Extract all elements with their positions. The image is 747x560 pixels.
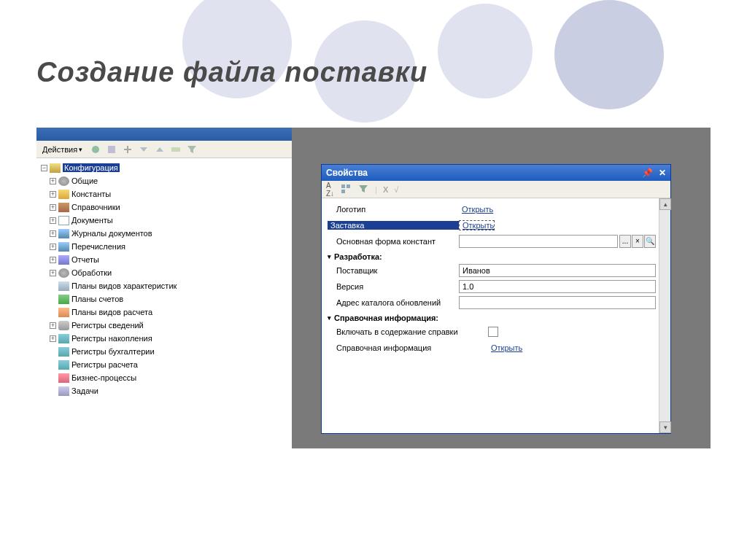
open-link[interactable]: Открыть xyxy=(459,220,495,230)
props-scrollbar[interactable]: ▴ ▾ xyxy=(659,198,670,433)
delete-icon[interactable]: X xyxy=(383,185,388,194)
category-icon[interactable] xyxy=(340,183,352,196)
tree-item[interactable]: +Константы xyxy=(38,187,290,201)
tree-item-label: Регистры бухгалтерии xyxy=(71,347,155,356)
filter-icon[interactable] xyxy=(357,183,369,196)
tree-item[interactable]: ·Планы видов расчета xyxy=(38,306,290,319)
properties-body: Логотип Открыть Заставка Открыть Основна… xyxy=(322,198,670,433)
tree-item[interactable]: +Регистры сведений xyxy=(38,319,290,332)
tree-item-label: Справочники xyxy=(71,203,120,211)
tree-expander-icon[interactable]: + xyxy=(50,230,56,237)
filter-icon[interactable] xyxy=(186,144,198,155)
collapse-icon: ▾ xyxy=(328,253,331,260)
tree-item[interactable]: ·Регистры расчета xyxy=(38,358,290,371)
gear-icon xyxy=(58,176,69,186)
supplier-input[interactable] xyxy=(459,264,656,277)
tree-item[interactable]: +Отчеты xyxy=(38,253,290,266)
tree-item[interactable]: ·Планы видов характеристик xyxy=(38,279,290,292)
tree-expander-icon[interactable]: + xyxy=(50,270,56,276)
tree-expander-icon[interactable]: + xyxy=(50,257,56,263)
tree-expander-icon[interactable]: + xyxy=(50,217,56,224)
clear-button[interactable]: × xyxy=(632,235,643,248)
tree-item[interactable]: +Общие xyxy=(38,174,290,187)
calc-plan-icon xyxy=(58,308,69,317)
tree-item-label: Отчеты xyxy=(71,255,99,264)
tree-expander-icon[interactable]: + xyxy=(50,244,56,250)
include-checkbox[interactable] xyxy=(488,327,498,337)
tree-item[interactable]: +Документы xyxy=(38,214,290,227)
account-register-icon xyxy=(58,347,69,357)
tree-item[interactable]: ·Задачи xyxy=(38,384,290,397)
tree-expander-icon: · xyxy=(50,309,56,316)
calc-register-icon xyxy=(58,360,69,370)
tree-item-label: Планы видов характеристик xyxy=(71,281,177,290)
actions-label: Действия xyxy=(42,145,77,154)
prop-row-include: Включать в содержание справки xyxy=(328,324,656,340)
tree-expander-icon[interactable]: + xyxy=(50,204,56,211)
tree-expander-icon[interactable]: − xyxy=(41,165,47,171)
tree-expander-icon: · xyxy=(50,388,56,394)
accounts-icon xyxy=(58,295,69,304)
constform-input[interactable] xyxy=(459,235,618,248)
section-help[interactable]: ▾ Справочная информация: xyxy=(328,314,656,322)
prop-label: Включать в содержание справки xyxy=(328,327,488,336)
search-button[interactable]: 🔍 xyxy=(644,235,656,248)
enum-icon xyxy=(58,242,69,252)
section-label: Разработка: xyxy=(334,252,382,261)
pin-icon[interactable]: 📌 xyxy=(642,168,653,178)
tree-item-label: Перечисления xyxy=(71,242,125,251)
tree-item[interactable]: ·Бизнес-процессы xyxy=(38,371,290,384)
tree-expander-icon: · xyxy=(50,362,56,368)
tree-expander-icon[interactable]: + xyxy=(50,322,56,329)
tree-expander-icon[interactable]: + xyxy=(50,191,56,198)
tree-expander-icon: · xyxy=(50,375,56,381)
properties-titlebar[interactable]: Свойства 📌 ✕ xyxy=(322,165,670,181)
toolbar-icon-4[interactable] xyxy=(138,144,150,155)
section-label: Справочная информация: xyxy=(334,314,438,322)
version-input[interactable] xyxy=(459,280,656,293)
tree-expander-icon: · xyxy=(50,349,56,355)
check-icon[interactable]: √ xyxy=(394,185,398,194)
tree-item-label: Журналы документов xyxy=(71,229,152,238)
ellipsis-button[interactable]: ... xyxy=(619,235,631,248)
toolbar-icon-1[interactable] xyxy=(90,144,101,155)
accum-register-icon xyxy=(58,334,69,343)
book-icon xyxy=(58,203,69,212)
folder-icon xyxy=(58,190,69,199)
tree-expander-icon[interactable]: + xyxy=(50,178,56,184)
section-dev[interactable]: ▾ Разработка: xyxy=(328,252,656,261)
tree-root[interactable]: − Конфигурация xyxy=(38,161,290,174)
close-icon[interactable]: ✕ xyxy=(659,168,666,178)
document-icon xyxy=(58,216,69,225)
config-root-icon xyxy=(50,163,61,173)
tree-item[interactable]: +Журналы документов xyxy=(38,227,290,240)
tree-item[interactable]: +Перечисления xyxy=(38,240,290,253)
tree-item[interactable]: +Справочники xyxy=(38,201,290,214)
scroll-down-icon[interactable]: ▾ xyxy=(659,421,671,433)
toolbar-icon-6[interactable] xyxy=(170,144,182,155)
processing-icon xyxy=(58,268,69,278)
toolbar-icon-5[interactable] xyxy=(154,144,166,155)
sort-alpha-icon[interactable]: AZ↓ xyxy=(326,182,334,198)
config-tree: − Конфигурация +Общие +Константы +Справо… xyxy=(36,158,292,400)
scroll-up-icon[interactable]: ▴ xyxy=(659,198,671,210)
tree-expander-icon[interactable]: + xyxy=(50,335,56,342)
toolbar-icon-2[interactable] xyxy=(106,144,117,155)
tree-item[interactable]: ·Регистры бухгалтерии xyxy=(38,345,290,358)
toolbar-icon-3[interactable] xyxy=(122,144,133,155)
prop-label: Поставщик xyxy=(328,266,459,275)
tree-expander-icon: · xyxy=(50,296,56,303)
tree-item-label: Бизнес-процессы xyxy=(71,373,136,382)
tree-item[interactable]: +Регистры накопления xyxy=(38,332,290,345)
open-link[interactable]: Открыть xyxy=(459,205,493,214)
open-link[interactable]: Открыть xyxy=(488,343,522,352)
tree-item[interactable]: +Обработки xyxy=(38,266,290,279)
journal-icon xyxy=(58,229,69,238)
tree-item-label: Регистры накопления xyxy=(71,334,152,343)
actions-button[interactable]: Действия ▾ xyxy=(39,144,85,155)
prop-label: Справочная информация xyxy=(328,343,488,352)
prop-row-constform: Основная форма констант ... × 🔍 xyxy=(328,233,656,249)
dropdown-caret-icon: ▾ xyxy=(79,146,82,153)
update-url-input[interactable] xyxy=(459,296,656,309)
tree-item[interactable]: ·Планы счетов xyxy=(38,292,290,306)
